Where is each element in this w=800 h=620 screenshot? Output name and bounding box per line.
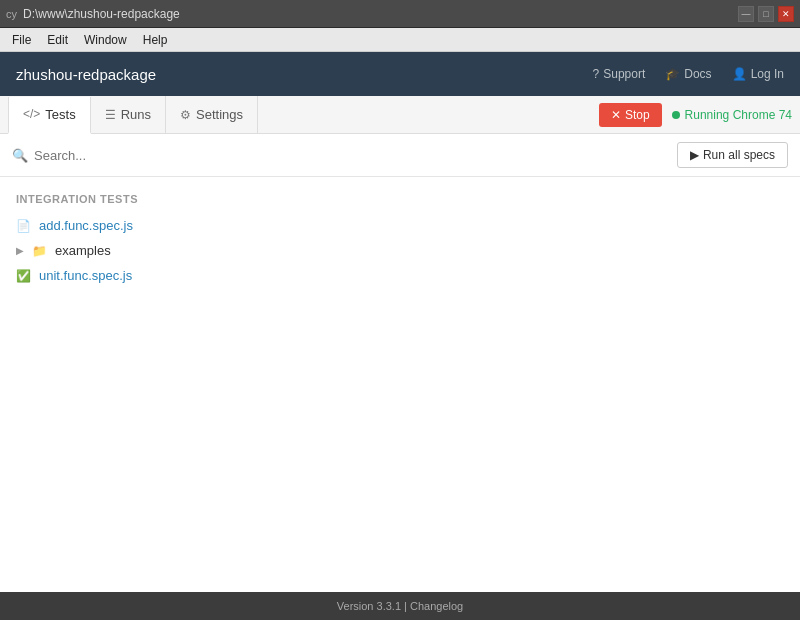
menu-help[interactable]: Help	[135, 30, 176, 50]
test-item-unit[interactable]: ✅ unit.func.spec.js	[0, 263, 800, 288]
run-all-button[interactable]: ▶ Run all specs	[677, 142, 788, 168]
version-text: Version 3.3.1 | Changelog	[337, 600, 463, 612]
cypress-icon: cy	[6, 8, 17, 20]
title-bar-left: cy D:\www\zhushou-redpackage	[6, 7, 180, 21]
docs-label: Docs	[684, 67, 711, 81]
docs-link[interactable]: 🎓 Docs	[665, 67, 711, 81]
close-button[interactable]: ✕	[778, 6, 794, 22]
app-header: zhushou-redpackage ? Support 🎓 Docs 👤 Lo…	[0, 52, 800, 96]
tab-runs[interactable]: ☰ Runs	[91, 96, 166, 133]
chevron-right-icon: ▶	[16, 245, 24, 256]
tabs: </> Tests ☰ Runs ⚙ Settings	[8, 96, 258, 133]
search-input[interactable]	[34, 148, 677, 163]
tab-bar: </> Tests ☰ Runs ⚙ Settings ✕ Stop Runni…	[0, 96, 800, 134]
tab-tests[interactable]: </> Tests	[8, 97, 91, 134]
login-link[interactable]: 👤 Log In	[732, 67, 784, 81]
tab-runs-label: Runs	[121, 107, 151, 122]
version-label: Version 3.3.1	[337, 600, 401, 612]
search-wrapper: 🔍	[12, 148, 677, 163]
menu-edit[interactable]: Edit	[39, 30, 76, 50]
code-icon: </>	[23, 107, 40, 121]
maximize-button[interactable]: □	[758, 6, 774, 22]
changelog-link[interactable]: Changelog	[410, 600, 463, 612]
settings-icon: ⚙	[180, 108, 191, 122]
header-links: ? Support 🎓 Docs 👤 Log In	[593, 67, 784, 81]
stop-button[interactable]: ✕ Stop	[599, 103, 662, 127]
running-status: Running Chrome 74	[672, 108, 792, 122]
stop-label: Stop	[625, 108, 650, 122]
x-icon: ✕	[611, 108, 621, 122]
support-link[interactable]: ? Support	[593, 67, 646, 81]
run-all-label: Run all specs	[703, 148, 775, 162]
app-title: zhushou-redpackage	[16, 66, 156, 83]
tab-settings-label: Settings	[196, 107, 243, 122]
file-icon: 📄	[16, 219, 31, 233]
folder-icon: 📁	[32, 244, 47, 258]
user-icon: 👤	[732, 67, 747, 81]
question-icon: ?	[593, 67, 600, 81]
tab-actions: ✕ Stop Running Chrome 74	[599, 103, 792, 127]
test-link-unit[interactable]: unit.func.spec.js	[39, 268, 132, 283]
footer: Version 3.3.1 | Changelog	[0, 592, 800, 620]
passing-icon: ✅	[16, 269, 31, 283]
title-bar: cy D:\www\zhushou-redpackage — □ ✕	[0, 0, 800, 28]
test-link-add[interactable]: add.func.spec.js	[39, 218, 133, 233]
menu-file[interactable]: File	[4, 30, 39, 50]
running-label: Running Chrome 74	[685, 108, 792, 122]
window-controls: — □ ✕	[738, 6, 794, 22]
login-label: Log In	[751, 67, 784, 81]
menu-bar: File Edit Window Help	[0, 28, 800, 52]
graduation-icon: 🎓	[665, 67, 680, 81]
folder-name-examples: examples	[55, 243, 111, 258]
support-label: Support	[603, 67, 645, 81]
main-content: INTEGRATION TESTS 📄 add.func.spec.js ▶ 📁…	[0, 177, 800, 592]
running-dot	[672, 111, 680, 119]
play-icon: ▶	[690, 148, 699, 162]
minimize-button[interactable]: —	[738, 6, 754, 22]
folder-item-examples[interactable]: ▶ 📁 examples	[0, 238, 800, 263]
tab-tests-label: Tests	[45, 107, 75, 122]
search-icon: 🔍	[12, 148, 28, 163]
menu-window[interactable]: Window	[76, 30, 135, 50]
test-item-add[interactable]: 📄 add.func.spec.js	[0, 213, 800, 238]
title-path: D:\www\zhushou-redpackage	[23, 7, 180, 21]
tab-settings[interactable]: ⚙ Settings	[166, 96, 258, 133]
section-header: INTEGRATION TESTS	[0, 189, 800, 213]
search-bar: 🔍 ▶ Run all specs	[0, 134, 800, 177]
runs-icon: ☰	[105, 108, 116, 122]
